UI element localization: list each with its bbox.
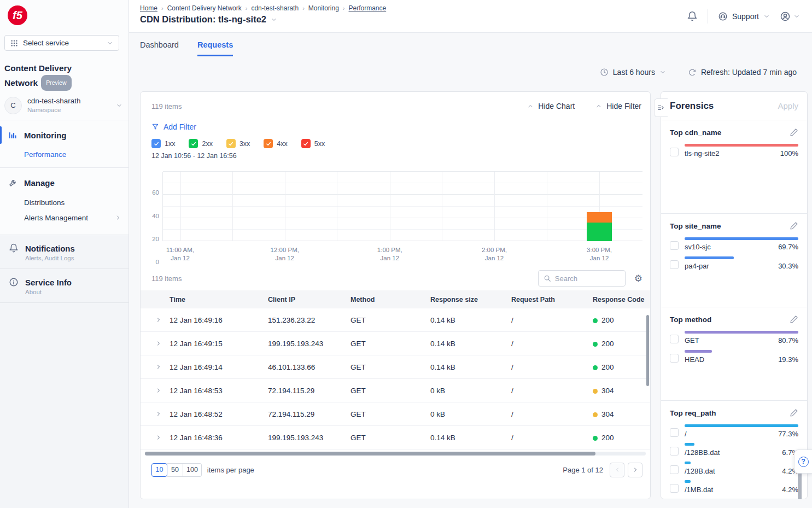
search-box[interactable]	[538, 270, 626, 287]
row-expander-chevron[interactable]	[141, 387, 170, 394]
filter-checkbox-3xx[interactable]: 3xx	[226, 139, 250, 148]
time-controls: Last 6 hours Refresh: Updated 7 min ago	[600, 68, 797, 77]
item-checkbox[interactable]	[670, 148, 679, 156]
breadcrumb-monitoring[interactable]: Monitoring	[308, 4, 339, 12]
sidebar-item-notifications[interactable]: Notifications Alerts, Audit Logs	[0, 235, 128, 269]
namespace-name: cdn-test-sharath	[27, 96, 110, 106]
info-icon	[9, 277, 19, 287]
hide-filter-button[interactable]: Hide Filter	[595, 102, 641, 110]
sidebar-item-manage[interactable]: Manage	[0, 174, 129, 191]
filter-checkbox-4xx[interactable]: 4xx	[264, 139, 287, 148]
apply-button[interactable]: Apply	[778, 101, 798, 110]
table-row[interactable]: 12 Jan 16:48:53 72.194.115.29 GET 0 kB /…	[141, 379, 650, 402]
table-row[interactable]: 12 Jan 16:48:52 72.194.115.29 GET 0 kB /…	[141, 402, 650, 426]
item-checkbox[interactable]	[670, 335, 679, 343]
time-range-dropdown[interactable]: Last 6 hours	[600, 68, 666, 77]
forensics-section-site-name: Top site_name sv10-sjc69.7%	[661, 214, 807, 307]
search-input[interactable]	[555, 275, 615, 283]
table-row[interactable]: 12 Jan 16:48:36 199.195.193.243 GET 0.14…	[141, 426, 650, 449]
status-dot	[593, 342, 598, 347]
forensics-item[interactable]: /77.3%	[670, 424, 798, 438]
row-expander-chevron[interactable]	[141, 434, 170, 441]
table-vertical-scrollbar[interactable]	[646, 315, 649, 386]
filter-checkbox-1xx[interactable]: 1xx	[151, 139, 175, 148]
column-header-request-path[interactable]: Request Path	[511, 296, 593, 303]
forensics-item[interactable]: pa4-par30.3%	[670, 256, 798, 270]
item-checkbox[interactable]	[670, 465, 679, 474]
item-checkbox[interactable]	[670, 484, 679, 493]
column-header-response-code[interactable]: Response Code	[593, 296, 650, 303]
item-checkbox[interactable]	[670, 354, 679, 363]
table-items-count: 119 items	[151, 275, 182, 283]
forensics-item[interactable]: /128BB.dat6.7%	[670, 443, 798, 457]
page-size-100[interactable]: 100	[183, 463, 202, 477]
item-checkbox[interactable]	[670, 447, 679, 456]
breadcrumb-namespace[interactable]: cdn-test-sharath	[251, 4, 299, 12]
stacked-bar-3pm[interactable]	[587, 212, 612, 241]
table-horizontal-scrollbar[interactable]	[145, 452, 646, 456]
chevron-down-icon	[271, 16, 277, 23]
notifications-bell-button[interactable]	[687, 11, 698, 22]
table-row[interactable]: 12 Jan 16:49:16 151.236.23.22 GET 0.14 k…	[141, 308, 650, 332]
item-checkbox[interactable]	[670, 260, 679, 269]
f5-logo: f5	[8, 5, 27, 25]
select-service-dropdown[interactable]: Select service	[4, 35, 119, 51]
sidebar-item-distributions[interactable]: Distributions	[0, 196, 129, 208]
help-button[interactable]: ?	[794, 449, 812, 474]
app-grid-icon	[10, 39, 18, 47]
breadcrumb-home[interactable]: Home	[140, 4, 157, 12]
row-expander-chevron[interactable]	[141, 317, 170, 323]
table-row[interactable]: 12 Jan 16:49:15 199.195.193.243 GET 0.14…	[141, 332, 650, 355]
item-checkbox[interactable]	[670, 428, 679, 437]
support-menu[interactable]: Support	[718, 11, 770, 21]
column-header-time[interactable]: Time	[170, 296, 268, 303]
sidebar-item-monitoring[interactable]: Monitoring	[0, 127, 129, 143]
breadcrumb-performance[interactable]: Performance	[349, 4, 387, 12]
previous-page-button[interactable]	[610, 463, 624, 477]
column-header-method[interactable]: Method	[350, 296, 430, 303]
row-expander-chevron[interactable]	[141, 364, 170, 370]
forensics-item[interactable]: sv10-sjc69.7%	[670, 237, 798, 251]
edit-pencil-icon[interactable]	[790, 128, 798, 137]
namespace-selector[interactable]: C cdn-test-sharath Namespace	[0, 91, 129, 120]
column-header-client-ip[interactable]: Client IP	[268, 296, 350, 303]
column-header-response-size[interactable]: Response size	[430, 296, 511, 303]
table-settings-gear-icon[interactable]: ⚙	[634, 274, 642, 283]
forensics-item[interactable]: tls-ng-site2100%	[670, 144, 798, 157]
tab-dashboard[interactable]: Dashboard	[140, 40, 179, 56]
edit-pencil-icon[interactable]	[790, 408, 798, 417]
sidebar-item-performance[interactable]: Performance	[0, 149, 129, 160]
edit-pencil-icon[interactable]	[790, 315, 798, 324]
filter-checkbox-5xx[interactable]: 5xx	[301, 139, 325, 148]
bar-segment-4xx	[587, 212, 612, 223]
forensics-item[interactable]: /128B.dat4.2%	[670, 462, 798, 475]
x-tick: 2:00 PM,Jan 12	[470, 246, 519, 262]
page-size-50[interactable]: 50	[167, 463, 183, 477]
item-checkbox[interactable]	[670, 241, 679, 250]
chevron-down-icon	[793, 13, 800, 20]
edit-pencil-icon[interactable]	[790, 221, 798, 230]
forensics-item[interactable]: GET80.7%	[670, 331, 798, 344]
forensics-item[interactable]: /1MB.dat4.2%	[670, 480, 798, 494]
next-page-button[interactable]	[628, 463, 642, 477]
collapse-panel-button[interactable]	[654, 98, 668, 117]
row-expander-chevron[interactable]	[141, 340, 170, 347]
page-title-dropdown[interactable]: CDN Distribution: tls-ng-site2	[140, 14, 277, 25]
account-menu[interactable]	[780, 11, 800, 22]
sidebar-item-service-info[interactable]: Service Info About	[0, 269, 128, 303]
hide-chart-button[interactable]: Hide Chart	[527, 102, 575, 110]
breadcrumb-separator: ›	[246, 5, 248, 11]
refresh-button[interactable]: Refresh: Updated 7 min ago	[688, 68, 797, 77]
forensics-item[interactable]: HEAD19.3%	[670, 350, 798, 364]
sidebar-item-alerts-management[interactable]: Alerts Management	[0, 212, 129, 224]
row-expander-chevron[interactable]	[141, 411, 170, 417]
page-size-10[interactable]: 10	[151, 463, 167, 477]
refresh-icon	[688, 68, 697, 77]
table-row[interactable]: 12 Jan 16:49:14 46.101.133.66 GET 0.14 k…	[141, 355, 650, 379]
filter-checkbox-2xx[interactable]: 2xx	[189, 139, 212, 148]
preview-badge: Preview	[41, 75, 71, 91]
breadcrumb-cdn[interactable]: Content Delivery Network	[167, 4, 242, 12]
add-filter-button[interactable]: Add Filter	[151, 122, 212, 131]
tab-requests[interactable]: Requests	[197, 40, 233, 56]
forensics-section-req-path: Top req_path /77.3% /128	[661, 401, 807, 499]
